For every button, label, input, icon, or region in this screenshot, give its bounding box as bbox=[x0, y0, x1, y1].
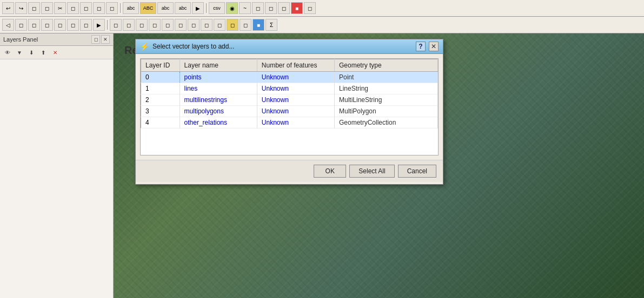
layers-panel: Layers Panel ◻ ✕ 👁 ▼ ⬇ ⬆ ✕ bbox=[0, 33, 114, 298]
toolbar-btn-4[interactable]: ◻ bbox=[80, 2, 92, 14]
table-row[interactable]: 0pointsUnknownPoint bbox=[141, 72, 438, 83]
toolbar-btn-35[interactable]: ◻ bbox=[162, 19, 174, 31]
cell-geometry: MultiLineString bbox=[335, 94, 438, 106]
layer-eye-btn[interactable]: 👁 bbox=[2, 47, 13, 58]
cell-layer-id: 3 bbox=[141, 106, 180, 117]
col-header-layer-id: Layer ID bbox=[141, 59, 180, 72]
toolbar-btn-12[interactable]: ■ bbox=[291, 2, 303, 14]
toolbar-btn-38[interactable]: ◻ bbox=[201, 19, 213, 31]
cell-features: Unknown bbox=[257, 117, 334, 128]
cell-layer-id: 4 bbox=[141, 117, 180, 128]
toolbar-btn-7[interactable]: ◉ bbox=[226, 2, 238, 14]
toolbar-btn-label3[interactable]: abc bbox=[157, 2, 174, 14]
toolbar-btn-more[interactable]: ▶ bbox=[192, 2, 204, 14]
dialog-title-left: ⚡ Select vector layers to add... bbox=[140, 42, 234, 51]
toolbar-btn-csv[interactable]: csv bbox=[209, 2, 225, 14]
cell-geometry: Point bbox=[335, 72, 438, 83]
cell-features: Unknown bbox=[257, 72, 334, 83]
layers-table: Layer ID Layer name Number of features G… bbox=[141, 59, 438, 128]
layer-down-btn[interactable]: ⬇ bbox=[26, 47, 37, 58]
toolbar-btn-25[interactable]: ◻ bbox=[67, 19, 79, 31]
dialog-title-text: Select vector layers to add... bbox=[152, 43, 234, 50]
toolbar-btn-21[interactable]: ◻ bbox=[15, 19, 27, 31]
toolbar-btn-label1[interactable]: abc bbox=[123, 2, 139, 14]
toolbar-btn-43[interactable]: Σ bbox=[265, 19, 277, 31]
toolbar-btn-cut[interactable]: ✂ bbox=[54, 2, 66, 14]
cell-features: Unknown bbox=[257, 83, 334, 94]
cell-features: Unknown bbox=[257, 106, 334, 117]
layer-up-btn[interactable]: ⬆ bbox=[38, 47, 49, 58]
main-area: Layers Panel ◻ ✕ 👁 ▼ ⬇ ⬆ ✕ Recent Projec… bbox=[0, 33, 644, 298]
cell-geometry: LineString bbox=[335, 83, 438, 94]
toolbar-btn-5[interactable]: ◻ bbox=[93, 2, 105, 14]
toolbar-row-2: ◁ ◻ ◻ ◻ ◻ ◻ ◻ ▶ ◻ ◻ ◻ ◻ ◻ ◻ ◻ ◻ ◻ ◻ ◻ ■ … bbox=[2, 18, 642, 32]
toolbar-area-1: ↩ ↪ ◻ ◻ ✂ ◻ ◻ ◻ ◻ abc ABC abc abc ▶ csv … bbox=[0, 0, 644, 17]
cell-layer-name: lines bbox=[180, 83, 257, 94]
toolbar-btn-10[interactable]: ◻ bbox=[265, 2, 277, 14]
toolbar-btn-11[interactable]: ◻ bbox=[278, 2, 290, 14]
toolbar-btn-more2[interactable]: ▶ bbox=[93, 19, 105, 31]
table-row[interactable]: 2multilinestringsUnknownMultiLineString bbox=[141, 94, 438, 106]
toolbar-btn-31[interactable]: ◻ bbox=[110, 19, 122, 31]
table-row[interactable]: 1linesUnknownLineString bbox=[141, 83, 438, 94]
toolbar-btn-36[interactable]: ◻ bbox=[175, 19, 187, 31]
toolbar-btn-label4[interactable]: abc bbox=[175, 2, 191, 14]
dialog-help-button[interactable]: ? bbox=[416, 42, 426, 51]
cell-layer-id: 2 bbox=[141, 94, 180, 106]
toolbar-btn-22[interactable]: ◻ bbox=[28, 19, 40, 31]
toolbar-btn-37[interactable]: ◻ bbox=[188, 19, 200, 31]
cancel-button[interactable]: Cancel bbox=[398, 165, 436, 178]
map-area: Recent Projects ⚡ Select vector layers t… bbox=[114, 33, 644, 298]
table-row[interactable]: 3multipolygonsUnknownMultiPolygon bbox=[141, 106, 438, 117]
cell-layer-name: other_relations bbox=[180, 117, 257, 128]
col-header-geometry: Geometry type bbox=[335, 59, 438, 72]
layer-filter-btn[interactable]: ▼ bbox=[14, 47, 25, 58]
toolbar-sep-1 bbox=[120, 3, 121, 13]
toolbar-btn-2[interactable]: ◻ bbox=[41, 2, 53, 14]
toolbar-btn-back[interactable]: ◁ bbox=[2, 19, 14, 31]
toolbar-btn-40[interactable]: ◻ bbox=[227, 19, 238, 31]
toolbar-btn-13[interactable]: ◻ bbox=[304, 2, 316, 14]
toolbar-btn-1[interactable]: ◻ bbox=[28, 2, 40, 14]
layers-panel-float-btn[interactable]: ◻ bbox=[91, 35, 100, 44]
toolbar-btn-32[interactable]: ◻ bbox=[123, 19, 135, 31]
toolbar-btn-34[interactable]: ◻ bbox=[149, 19, 161, 31]
cell-layer-name: points bbox=[180, 72, 257, 83]
toolbar-btn-42[interactable]: ■ bbox=[253, 19, 264, 31]
toolbar-btn-6[interactable]: ◻ bbox=[106, 2, 118, 14]
toolbar-btn-undo[interactable]: ↩ bbox=[2, 2, 14, 14]
dialog-icon: ⚡ bbox=[140, 42, 149, 51]
layers-toolbar: 👁 ▼ ⬇ ⬆ ✕ bbox=[0, 46, 113, 59]
toolbar-btn-label2[interactable]: ABC bbox=[140, 2, 156, 14]
col-header-features: Number of features bbox=[257, 59, 334, 72]
toolbar-row-1: ↩ ↪ ◻ ◻ ✂ ◻ ◻ ◻ ◻ abc ABC abc abc ▶ csv … bbox=[2, 1, 642, 15]
layer-remove-btn[interactable]: ✕ bbox=[50, 47, 61, 58]
col-header-layer-name: Layer name bbox=[180, 59, 257, 72]
select-all-button[interactable]: Select All bbox=[349, 165, 394, 178]
table-row[interactable]: 4other_relationsUnknownGeometryCollectio… bbox=[141, 117, 438, 128]
dialog-body: Layer ID Layer name Number of features G… bbox=[136, 54, 443, 160]
toolbar-btn-33[interactable]: ◻ bbox=[136, 19, 148, 31]
toolbar-btn-39[interactable]: ◻ bbox=[214, 19, 225, 31]
toolbar-btn-9[interactable]: ◻ bbox=[252, 2, 264, 14]
toolbar-area-2: ◁ ◻ ◻ ◻ ◻ ◻ ◻ ▶ ◻ ◻ ◻ ◻ ◻ ◻ ◻ ◻ ◻ ◻ ◻ ■ … bbox=[0, 17, 644, 33]
layers-panel-controls: ◻ ✕ bbox=[91, 35, 110, 44]
cell-layer-id: 0 bbox=[141, 72, 180, 83]
select-layers-dialog: ⚡ Select vector layers to add... ? ✕ bbox=[135, 39, 443, 185]
toolbar-btn-8[interactable]: ~ bbox=[239, 2, 251, 14]
cell-features: Unknown bbox=[257, 94, 334, 106]
ok-button[interactable]: OK bbox=[314, 165, 346, 178]
cell-layer-name: multipolygons bbox=[180, 106, 257, 117]
dialog-footer: OK Select All Cancel bbox=[136, 160, 443, 182]
layers-panel-header: Layers Panel ◻ ✕ bbox=[0, 33, 113, 46]
toolbar-btn-41[interactable]: ◻ bbox=[240, 19, 251, 31]
layers-table-container[interactable]: Layer ID Layer name Number of features G… bbox=[140, 58, 439, 155]
toolbar-btn-redo[interactable]: ↪ bbox=[15, 2, 27, 14]
toolbar-btn-3[interactable]: ◻ bbox=[67, 2, 79, 14]
toolbar-btn-26[interactable]: ◻ bbox=[80, 19, 92, 31]
layers-panel-close-btn[interactable]: ✕ bbox=[101, 35, 110, 44]
dialog-close-button[interactable]: ✕ bbox=[429, 42, 439, 51]
toolbar-btn-23[interactable]: ◻ bbox=[41, 19, 53, 31]
toolbar-btn-24[interactable]: ◻ bbox=[54, 19, 66, 31]
dialog-titlebar: ⚡ Select vector layers to add... ? ✕ bbox=[136, 39, 443, 54]
